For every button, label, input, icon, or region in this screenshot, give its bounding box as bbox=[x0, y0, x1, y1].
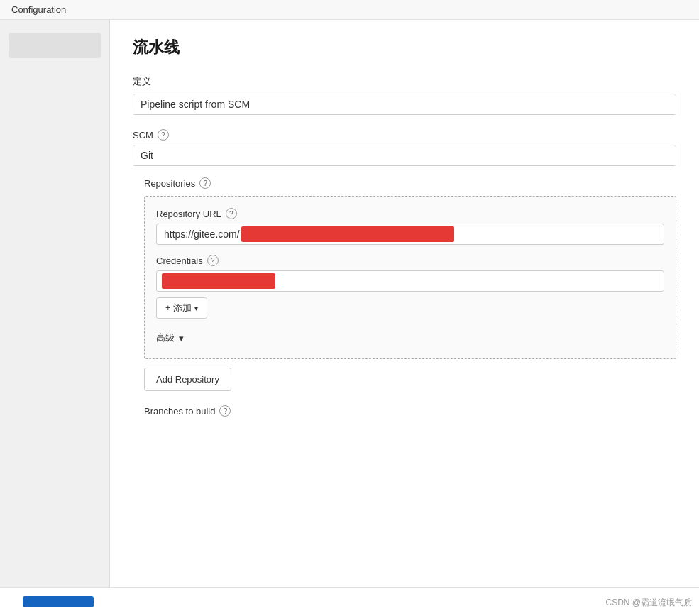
add-repository-button[interactable]: Add Repository bbox=[144, 368, 231, 391]
add-credentials-chevron-icon: ▾ bbox=[194, 304, 198, 312]
url-redacted-overlay bbox=[241, 226, 454, 242]
scm-help-icon[interactable]: ? bbox=[158, 129, 169, 141]
save-button[interactable] bbox=[23, 596, 94, 607]
repo-url-label-row: Repository URL ? bbox=[156, 208, 664, 219]
advanced-toggle[interactable]: 高级 ▾ bbox=[156, 329, 184, 347]
bottom-bar bbox=[0, 587, 699, 616]
url-input-wrapper bbox=[156, 224, 664, 245]
sidebar-placeholder bbox=[9, 33, 101, 58]
repositories-label: Repositories bbox=[144, 178, 195, 189]
branches-help-icon[interactable]: ? bbox=[219, 405, 231, 417]
credentials-label: Credentials bbox=[156, 255, 203, 266]
main-layout: 流水线 定义 Pipeline script from SCM SCM ? Gi… bbox=[0, 20, 699, 587]
credentials-label-row: Credentials ? bbox=[156, 255, 664, 266]
scm-label-row: SCM ? bbox=[133, 129, 676, 141]
advanced-section: 高级 ▾ bbox=[156, 329, 664, 347]
repo-url-section: Repository URL ? bbox=[156, 208, 664, 245]
breadcrumb: Configuration bbox=[11, 4, 66, 15]
definition-label: 定义 bbox=[133, 75, 676, 88]
sidebar bbox=[0, 20, 110, 587]
branches-label: Branches to build bbox=[144, 406, 215, 417]
top-nav: Configuration bbox=[0, 0, 699, 20]
branches-section: Branches to build ? bbox=[144, 405, 676, 417]
add-credentials-button[interactable]: + 添加 ▾ bbox=[156, 297, 207, 319]
watermark: CSDN @霸道流氓气质 bbox=[605, 597, 692, 609]
credentials-redacted-overlay bbox=[162, 273, 275, 289]
credentials-input-wrapper bbox=[156, 270, 664, 292]
advanced-label: 高级 bbox=[156, 331, 175, 344]
definition-section: 定义 Pipeline script from SCM bbox=[133, 75, 676, 115]
repo-url-label: Repository URL bbox=[156, 209, 221, 219]
scm-label: SCM bbox=[133, 130, 153, 141]
add-repository-label: Add Repository bbox=[156, 374, 219, 385]
page-title: 流水线 bbox=[133, 37, 676, 58]
credentials-help-icon[interactable]: ? bbox=[207, 255, 219, 266]
branches-label-row: Branches to build ? bbox=[144, 405, 676, 417]
repositories-help-icon[interactable]: ? bbox=[199, 177, 211, 189]
repositories-label-row: Repositories ? bbox=[144, 177, 676, 189]
definition-select[interactable]: Pipeline script from SCM bbox=[133, 94, 676, 115]
page-wrapper: Configuration 流水线 定义 Pipeline script fro… bbox=[0, 0, 699, 616]
repo-url-help-icon[interactable]: ? bbox=[226, 208, 237, 219]
advanced-chevron-icon: ▾ bbox=[179, 333, 184, 343]
repositories-section: Repositories ? Repository URL ? bbox=[144, 177, 676, 417]
add-credentials-label: + 添加 bbox=[165, 302, 192, 314]
scm-select[interactable]: Git bbox=[133, 145, 676, 166]
credentials-section: Credentials ? + 添加 ▾ bbox=[156, 255, 664, 319]
content-area: 流水线 定义 Pipeline script from SCM SCM ? Gi… bbox=[110, 20, 699, 587]
scm-section: SCM ? Git bbox=[133, 129, 676, 166]
repo-box: Repository URL ? Credentials ? bbox=[144, 196, 676, 359]
